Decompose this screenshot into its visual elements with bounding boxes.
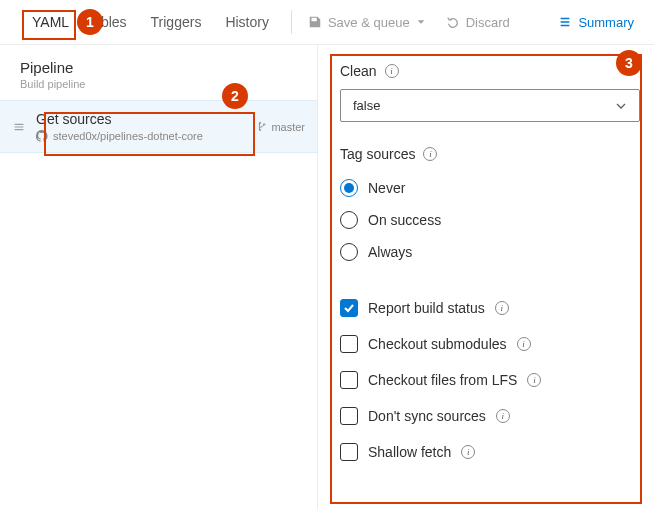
summary-label: Summary [578,15,634,30]
pipeline-header: Pipeline Build pipeline [0,45,317,100]
get-sources-main: Get sources steved0x/pipelines-dotnet-co… [36,111,246,142]
tag-sources-label: Tag sources [340,146,415,162]
checkbox[interactable] [340,443,358,461]
save-queue-button[interactable]: Save & queue [302,11,432,34]
radio-input[interactable] [340,211,358,229]
toolbar: YAML ables Triggers History Save & queue… [0,0,654,45]
info-icon[interactable]: i [496,409,510,423]
tab-history[interactable]: History [213,8,281,36]
radio-never[interactable]: Never [340,172,640,204]
radio-label: Never [368,180,405,196]
clean-dropdown[interactable]: false [340,89,640,122]
undo-icon [446,15,460,29]
right-pane: Clean i false Tag sources i Never On suc… [318,45,654,509]
branch-icon [256,121,267,132]
github-icon [36,130,48,142]
tag-sources-label-row: Tag sources i [340,146,640,162]
pipeline-subtitle: Build pipeline [20,78,297,90]
discard-label: Discard [466,15,510,30]
info-icon[interactable]: i [527,373,541,387]
check-lfs[interactable]: Checkout files from LFS i [340,364,640,396]
info-icon[interactable]: i [517,337,531,351]
radio-always[interactable]: Always [340,236,640,268]
info-icon[interactable]: i [461,445,475,459]
info-icon[interactable]: i [385,64,399,78]
branch-name: master [271,121,305,133]
checkbox[interactable] [340,335,358,353]
radio-input[interactable] [340,179,358,197]
clean-label: Clean [340,63,377,79]
check-label: Checkout files from LFS [368,372,517,388]
list-icon [558,15,572,29]
pipeline-title: Pipeline [20,59,297,76]
tab-variables[interactable]: ables [81,8,138,36]
save-icon [308,15,322,29]
get-sources-branch: master [256,121,305,133]
clean-label-row: Clean i [340,63,640,79]
check-label: Report build status [368,300,485,316]
info-icon[interactable]: i [423,147,437,161]
save-queue-label: Save & queue [328,15,410,30]
options-check-group: Report build status i Checkout submodule… [340,292,640,468]
summary-button[interactable]: Summary [552,11,640,34]
chevron-down-icon [615,100,627,112]
check-label: Don't sync sources [368,408,486,424]
radio-on-success[interactable]: On success [340,204,640,236]
check-report-build-status[interactable]: Report build status i [340,292,640,324]
tab-triggers[interactable]: Triggers [139,8,214,36]
tag-sources-radio-group: Never On success Always [340,172,640,268]
checkbox[interactable] [340,299,358,317]
discard-button[interactable]: Discard [440,11,516,34]
check-label: Shallow fetch [368,444,451,460]
info-icon[interactable]: i [495,301,509,315]
checkbox[interactable] [340,371,358,389]
check-label: Checkout submodules [368,336,507,352]
check-shallow-fetch[interactable]: Shallow fetch i [340,436,640,468]
drag-handle-icon [12,120,26,134]
checkbox[interactable] [340,407,358,425]
get-sources-row[interactable]: Get sources steved0x/pipelines-dotnet-co… [0,100,317,153]
tab-yaml[interactable]: YAML [20,8,81,36]
radio-label: On success [368,212,441,228]
radio-label: Always [368,244,412,260]
get-sources-title: Get sources [36,111,246,127]
get-sources-repo: steved0x/pipelines-dotnet-core [36,130,246,142]
chevron-down-icon [416,17,426,27]
check-dont-sync[interactable]: Don't sync sources i [340,400,640,432]
radio-input[interactable] [340,243,358,261]
left-pane: Pipeline Build pipeline Get sources stev… [0,45,318,509]
toolbar-separator [291,10,292,34]
clean-value: false [353,98,380,113]
check-submodules[interactable]: Checkout submodules i [340,328,640,360]
repo-name: steved0x/pipelines-dotnet-core [53,130,203,142]
